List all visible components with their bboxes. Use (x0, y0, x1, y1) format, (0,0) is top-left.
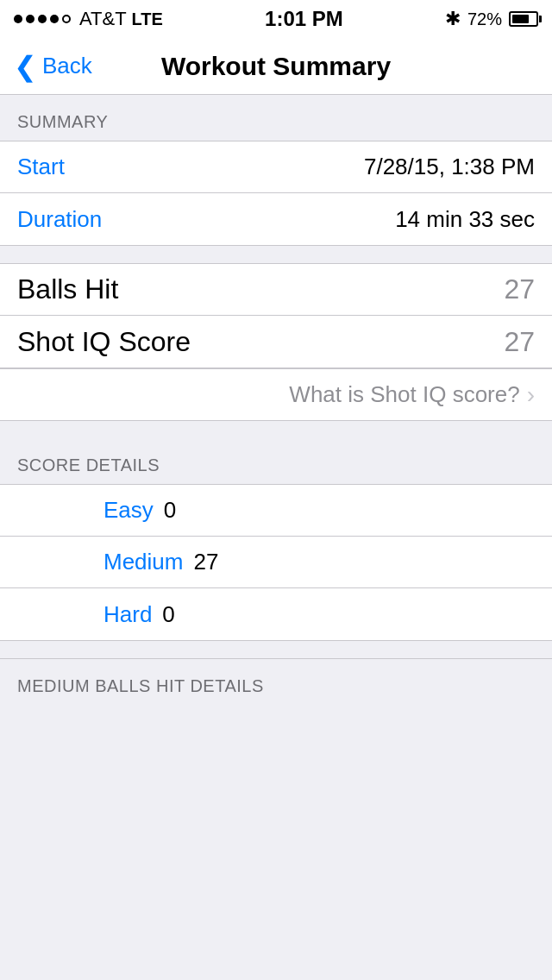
duration-label: Duration (17, 206, 102, 233)
start-row: Start 7/28/15, 1:38 PM (0, 141, 552, 193)
easy-row: Easy 0 (0, 485, 552, 537)
summary-section-header: SUMMARY (0, 95, 552, 141)
gap-1 (0, 246, 552, 263)
start-label: Start (17, 154, 65, 180)
battery-fill (512, 15, 529, 23)
balls-hit-label: Balls Hit (17, 273, 118, 305)
shot-iq-value: 27 (504, 326, 535, 358)
signal-dot-3 (38, 15, 47, 23)
nav-bar: ❮ Back Workout Summary (0, 38, 552, 95)
hard-label: Hard (104, 601, 152, 628)
easy-label: Easy (104, 497, 154, 524)
battery-icon (509, 11, 538, 27)
shot-iq-info-link[interactable]: What is Shot IQ score? › (289, 381, 535, 409)
signal-dots (14, 15, 71, 23)
balls-hit-row: Balls Hit 27 (0, 264, 552, 316)
medium-balls-section-header: MEDIUM BALLS HIT DETAILS (0, 658, 552, 705)
signal-dot-2 (26, 15, 34, 23)
signal-dot-4 (50, 15, 59, 23)
bluetooth-icon: ✱ (445, 8, 461, 30)
back-label: Back (42, 53, 92, 79)
page-title: Workout Summary (161, 52, 391, 81)
battery-percent: 72% (467, 9, 502, 29)
carrier-text: AT&T (79, 8, 127, 30)
shot-iq-row: Shot IQ Score 27 (0, 316, 552, 368)
shot-iq-info-container: What is Shot IQ score? › (0, 368, 552, 421)
signal-dot-1 (14, 15, 22, 23)
chevron-right-icon: › (527, 381, 535, 409)
medium-value: 27 (193, 549, 218, 575)
gap-3 (0, 641, 552, 658)
hard-value: 0 (162, 601, 174, 628)
duration-value: 14 min 33 sec (395, 206, 535, 233)
back-button[interactable]: ❮ Back (14, 53, 92, 80)
easy-value: 0 (164, 497, 176, 524)
shot-iq-info-text: What is Shot IQ score? (289, 381, 519, 408)
hard-row: Hard 0 (0, 588, 552, 640)
balls-hit-value: 27 (504, 273, 535, 305)
back-chevron-icon: ❮ (14, 53, 37, 80)
score-details-table: Easy 0 Medium 27 Hard 0 (0, 484, 552, 641)
score-details-section-header: SCORE DETAILS (0, 438, 552, 484)
shot-iq-label: Shot IQ Score (17, 326, 191, 358)
status-bar: AT&T LTE 1:01 PM ✱ 72% (0, 0, 552, 38)
status-time: 1:01 PM (265, 7, 343, 31)
stats-table: Balls Hit 27 Shot IQ Score 27 (0, 263, 552, 368)
status-right: ✱ 72% (445, 8, 538, 30)
gap-2 (0, 421, 552, 438)
medium-row: Medium 27 (0, 537, 552, 588)
status-left: AT&T LTE (14, 8, 163, 30)
duration-row: Duration 14 min 33 sec (0, 193, 552, 245)
shot-iq-info-row[interactable]: What is Shot IQ score? › (0, 368, 552, 420)
signal-dot-5 (62, 15, 71, 23)
summary-table: Start 7/28/15, 1:38 PM Duration 14 min 3… (0, 141, 552, 246)
medium-label: Medium (104, 549, 183, 575)
network-type: LTE (132, 9, 163, 29)
start-value: 7/28/15, 1:38 PM (364, 154, 535, 180)
